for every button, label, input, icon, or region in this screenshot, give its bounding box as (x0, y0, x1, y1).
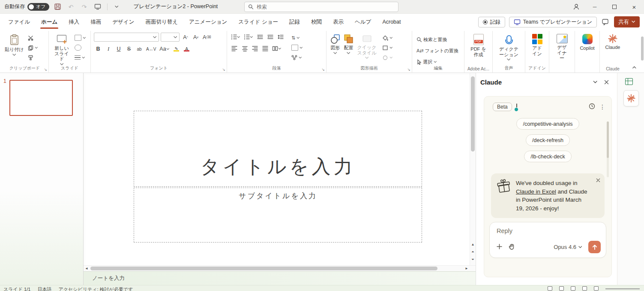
bold-button[interactable]: B (94, 45, 102, 53)
italic-button[interactable]: I (104, 45, 113, 53)
underline-button[interactable]: U (114, 45, 123, 53)
command-pill-lb-check-deck[interactable]: /lb-check-deck (524, 151, 572, 162)
next-slide-button[interactable]: ⏷ (470, 258, 476, 262)
autosave-toggle[interactable]: 自動保存 オフ (4, 3, 49, 11)
minimize-button[interactable]: ─ (585, 0, 605, 14)
copy-button[interactable] (27, 43, 39, 52)
tab-design[interactable]: デザイン (107, 14, 140, 30)
tools-button[interactable] (508, 243, 515, 251)
tab-animations[interactable]: アニメーション (183, 14, 233, 30)
align-left-button[interactable] (230, 44, 239, 53)
slideshow-view-button[interactable] (594, 286, 599, 291)
bullets-button[interactable] (230, 33, 241, 41)
claude-button[interactable]: Claude (605, 33, 621, 52)
align-right-button[interactable] (251, 44, 259, 53)
dialog-launcher-font[interactable]: ↘ (222, 67, 225, 72)
zoom-slider[interactable] (605, 288, 640, 289)
pane-options-button[interactable] (590, 76, 601, 88)
strikethrough-button[interactable]: S (125, 45, 133, 53)
previous-slide-button[interactable]: ⏶ (470, 250, 476, 254)
scroll-up-button[interactable]: ▲ (470, 242, 476, 246)
clear-formatting-button[interactable]: A⌫ (202, 33, 212, 42)
notes-pane[interactable]: ノートを入力 (84, 271, 476, 285)
dialog-launcher-drawing[interactable]: ↘ (407, 67, 410, 72)
tab-record[interactable]: 記録 (284, 14, 306, 30)
addins-button[interactable]: アドイン (530, 33, 545, 58)
align-center-button[interactable] (240, 44, 249, 53)
decrease-font-button[interactable]: Av (192, 33, 200, 42)
change-case-button[interactable]: Aa (159, 45, 170, 53)
cut-button[interactable] (27, 33, 39, 42)
notes-view-button[interactable] (548, 286, 552, 291)
send-button[interactable] (588, 241, 601, 253)
copilot-button[interactable]: Copilot (579, 33, 595, 52)
subtitle-placeholder[interactable]: サブタイトルを入力 (134, 188, 422, 242)
dictate-button[interactable]: ディクテーション (497, 33, 521, 62)
dismiss-promo-button[interactable] (596, 178, 600, 184)
claude-addin-rail-button[interactable] (623, 90, 639, 106)
attach-button[interactable] (497, 244, 502, 251)
comments-button[interactable] (601, 17, 610, 27)
increase-indent-button[interactable] (266, 33, 275, 41)
slide[interactable]: タイトルを入力 サブタイトルを入力 (85, 75, 470, 265)
vertical-scrollbar[interactable]: ▲ ⏶ ⏷ (470, 73, 476, 265)
align-text-button[interactable] (290, 43, 304, 52)
save-button[interactable] (53, 2, 63, 12)
font-name-combo[interactable] (94, 33, 159, 42)
columns-button[interactable] (271, 44, 282, 53)
create-pdf-button[interactable]: PDF を作成 (467, 33, 489, 58)
language-indicator[interactable]: 日本語 (37, 286, 51, 291)
normal-view-button[interactable] (559, 286, 564, 291)
accessibility-indicator[interactable]: アクセシビリティ: 検討が必要です (58, 286, 133, 291)
justify-button[interactable] (261, 44, 270, 53)
window-edge-scrollbar[interactable] (641, 36, 644, 61)
scroll-right-button[interactable]: ► (464, 266, 470, 271)
font-size-combo[interactable] (161, 33, 180, 42)
reading-view-button[interactable] (582, 286, 587, 291)
line-spacing-button[interactable] (276, 33, 285, 41)
search-input[interactable] (257, 4, 395, 10)
slide-canvas[interactable]: タイトルを入力 サブタイトルを入力 ▲ ⏶ ⏷ (84, 73, 476, 265)
slide-layout-button[interactable] (73, 33, 87, 42)
search-box[interactable] (244, 2, 398, 12)
shape-effects-button[interactable] (381, 53, 394, 62)
quick-access-customize-button[interactable] (112, 2, 122, 12)
scroll-left-button[interactable]: ◄ (84, 266, 90, 271)
command-pill-competitive-analysis[interactable]: /competitive-analysis (516, 118, 579, 130)
quick-styles-button[interactable]: クイック スタイル (356, 33, 377, 61)
highlight-color-button[interactable]: ✎ (172, 45, 181, 53)
teams-present-button[interactable]: Teams でプレゼンテーション (509, 17, 597, 27)
slide-sorter-view-button[interactable] (571, 286, 575, 291)
chat-scrollbar-thumb[interactable] (607, 121, 609, 158)
text-shadow-button[interactable]: ab (135, 45, 144, 53)
find-replace-button[interactable]: 検索と置換 (415, 35, 460, 44)
new-chat-button[interactable] (516, 104, 517, 110)
tab-view[interactable]: 表示 (327, 14, 349, 30)
slide-thumbnail-1[interactable] (9, 80, 73, 116)
tab-review[interactable]: 校閲 (306, 14, 327, 30)
tab-acrobat[interactable]: Acrobat (377, 14, 406, 30)
select-button[interactable]: 選択 (415, 58, 460, 66)
account-button[interactable] (568, 0, 585, 14)
font-color-button[interactable]: A (183, 45, 191, 53)
record-button[interactable]: 記録 (478, 17, 505, 27)
collapse-ribbon-button[interactable] (632, 64, 636, 70)
numbering-button[interactable] (243, 33, 254, 41)
model-selector[interactable]: Opus 4.6 (554, 244, 582, 250)
command-pill-deck-refresh[interactable]: /deck-refresh (526, 134, 570, 146)
title-placeholder[interactable]: タイトルを入力 (134, 111, 422, 187)
paste-button[interactable]: 貼り付け (4, 33, 25, 58)
reply-composer[interactable]: Reply Opus 4.6 (489, 222, 606, 258)
close-pane-button[interactable] (601, 76, 612, 88)
maximize-button[interactable] (605, 0, 624, 14)
tab-home[interactable]: ホーム (36, 14, 63, 30)
shape-fill-button[interactable] (381, 33, 394, 42)
shapes-button[interactable]: 図形 (329, 33, 341, 56)
increase-font-button[interactable]: A^ (181, 33, 190, 42)
share-button[interactable]: 共有 (614, 16, 640, 27)
touch-mode-button[interactable] (93, 2, 102, 12)
tab-slideshow[interactable]: スライド ショー (233, 14, 284, 30)
section-button[interactable] (73, 53, 87, 62)
text-direction-button[interactable]: ⇅ (290, 33, 304, 42)
tab-file[interactable]: ファイル (3, 14, 36, 30)
